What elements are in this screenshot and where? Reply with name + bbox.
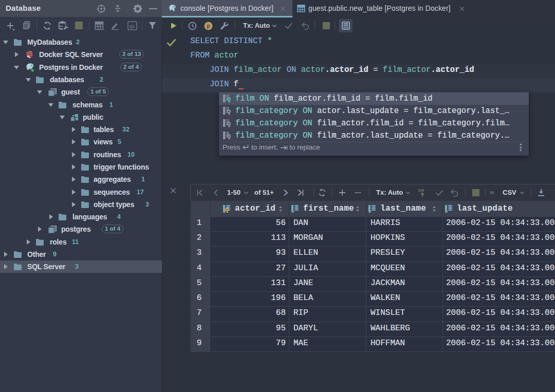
svg-text:DB: DB <box>418 188 424 193</box>
